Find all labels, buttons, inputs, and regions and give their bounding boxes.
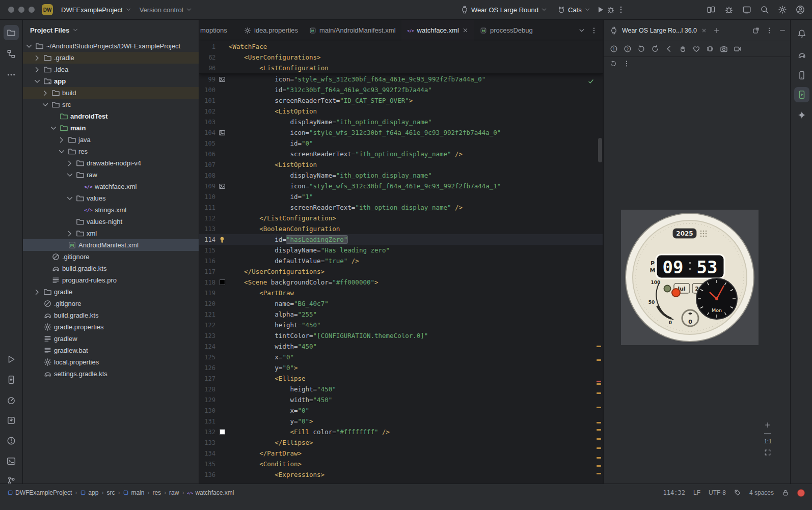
tree-item[interactable]: local.properties — [23, 356, 199, 368]
code-area[interactable]: 99 icon="style_wfs_312c30bf_f64a_461e_9c… — [199, 74, 603, 484]
project-view-title[interactable]: Project Files — [30, 26, 69, 34]
code-line[interactable]: 110 id="1" — [199, 191, 603, 202]
profiler-tool-icon[interactable] — [4, 392, 19, 408]
device-screen[interactable]: 2025 P M 09 53 Jul 21 — [621, 210, 759, 345]
tree-item[interactable]: gradle — [23, 286, 199, 298]
analysis-stripe-mark[interactable] — [597, 457, 601, 459]
add-device-tab-icon[interactable] — [713, 27, 720, 34]
zoom-out-button[interactable] — [764, 433, 771, 434]
intention-bulb-icon[interactable] — [219, 236, 226, 243]
code-line[interactable]: 130 x="0" — [199, 405, 603, 416]
hide-panel-icon[interactable] — [779, 27, 786, 34]
editor-tab[interactable]: </>watchface.xml — [401, 20, 474, 41]
close-tab-icon[interactable] — [462, 27, 469, 34]
analysis-stripe-mark[interactable] — [597, 429, 601, 431]
gemini-tool-icon[interactable] — [794, 107, 809, 123]
tree-item[interactable]: drawable-nodpi-v4 — [23, 157, 199, 169]
palm-gesture-icon[interactable] — [679, 45, 687, 53]
more-tool-windows-icon[interactable] — [4, 67, 19, 82]
editor-tab[interactable]: moptions — [199, 20, 238, 41]
analysis-stripe-mark[interactable] — [597, 473, 601, 474]
analysis-stripe-mark[interactable] — [597, 392, 601, 394]
code-line[interactable]: 135 <Condition> — [199, 459, 603, 469]
breadcrumb-item[interactable]: res — [152, 489, 161, 496]
analysis-stripe-mark[interactable] — [597, 407, 601, 408]
account-avatar[interactable] — [796, 5, 805, 14]
code-line[interactable]: 100 id="312c30bf_f64a_461e_9c93_992f2fb7… — [199, 84, 603, 95]
heart-rate-icon[interactable] — [692, 45, 700, 53]
tree-item[interactable]: gradle.properties — [23, 321, 199, 333]
code-line[interactable]: 99 icon="style_wfs_312c30bf_f64a_461e_9c… — [199, 74, 603, 84]
tree-item[interactable]: </>watchface.xml — [23, 181, 199, 192]
close-device-tab-icon[interactable] — [701, 27, 707, 34]
pair-devices-icon[interactable] — [707, 5, 716, 14]
device-panel-options-icon[interactable] — [766, 27, 773, 34]
notifications-bell-icon[interactable] — [794, 26, 809, 41]
analysis-stripe-mark[interactable] — [597, 422, 601, 423]
close-window-button[interactable] — [8, 7, 14, 13]
debug-button[interactable] — [607, 6, 615, 14]
screen-record-icon[interactable] — [734, 45, 742, 53]
screenshot-icon[interactable] — [720, 45, 728, 53]
code-line[interactable]: 121 alpha="255" — [199, 309, 603, 320]
chevron-right-icon[interactable] — [66, 230, 74, 238]
code-line[interactable]: 62 <UserConfigurations> — [199, 52, 603, 63]
code-line[interactable]: 136 <Expressions> — [199, 469, 603, 480]
code-line[interactable]: 128 height="450" — [199, 384, 603, 394]
more-run-actions-icon[interactable] — [617, 6, 625, 14]
code-line[interactable]: 109 icon="style_wfs_312c30bf_f64a_461e_9… — [199, 181, 603, 191]
inspections-ok-icon[interactable] — [587, 78, 594, 85]
editor-tab[interactable]: MprocessDebug — [474, 20, 538, 41]
tree-item[interactable]: .idea — [23, 64, 199, 75]
project-menu[interactable]: DWFExampleProject — [57, 4, 136, 16]
run-button[interactable] — [597, 6, 605, 14]
tree-item[interactable]: </>strings.xml — [23, 204, 199, 216]
code-line[interactable]: 133 </Ellipse> — [199, 437, 603, 448]
breadcrumb-item[interactable]: </>watchface.xml — [187, 489, 234, 496]
tree-item[interactable]: build — [23, 87, 199, 99]
tree-item[interactable]: values — [23, 192, 199, 204]
rotate-right-icon[interactable] — [651, 45, 659, 53]
tree-item[interactable]: app — [23, 75, 199, 87]
analysis-stripe-mark[interactable] — [597, 346, 601, 347]
tree-item[interactable]: build.gradle.kts — [23, 309, 199, 321]
breadcrumb-item[interactable]: main — [123, 489, 144, 496]
code-line[interactable]: 107 <ListOption — [199, 159, 603, 170]
analysis-stripe-mark[interactable] — [597, 447, 601, 449]
code-line[interactable]: 105 id="0" — [199, 138, 603, 149]
code-line[interactable]: 125 x="0" — [199, 352, 603, 362]
zoom-in-button[interactable] — [764, 421, 771, 429]
code-line[interactable]: 123 tintColor="[CONFIGURATION.themeColor… — [199, 330, 603, 341]
code-line[interactable]: 104 icon="style_wfs_312c30bf_f64a_461e_9… — [199, 127, 603, 138]
analysis-stripe-mark[interactable] — [597, 465, 601, 467]
chevron-down-icon[interactable] — [66, 194, 74, 203]
terminal-tool-icon[interactable] — [4, 454, 19, 469]
code-line[interactable]: 106 screenReaderText="ith_option_display… — [199, 149, 603, 159]
chevron-down-icon[interactable] — [66, 171, 74, 179]
tilt-icon[interactable] — [706, 45, 714, 53]
code-line[interactable]: 134 </PartDraw> — [199, 448, 603, 459]
indent-widget[interactable]: 4 spaces — [749, 489, 774, 496]
tag-icon[interactable] — [734, 489, 741, 496]
code-line[interactable]: 113 <BooleanConfiguration — [199, 223, 603, 234]
tree-item[interactable]: xml — [23, 228, 199, 239]
editor-scrollbar[interactable] — [598, 138, 602, 162]
chevron-right-icon[interactable] — [41, 89, 49, 97]
code-line[interactable]: 129 width="450" — [199, 394, 603, 405]
code-line[interactable]: 114 id="hasLeadingZero" — [199, 234, 603, 245]
editor-tab[interactable]: idea.properties — [238, 20, 304, 41]
zoom-ratio-label[interactable]: 1:1 — [764, 438, 772, 444]
structure-tool-icon[interactable] — [4, 46, 19, 62]
problems-tool-icon[interactable] — [4, 433, 19, 448]
code-line[interactable]: 119 <PartDraw — [199, 288, 603, 298]
tree-item[interactable]: values-night — [23, 216, 199, 228]
tree-item[interactable]: settings.gradle.kts — [23, 368, 199, 380]
tree-item[interactable]: res — [23, 146, 199, 157]
breadcrumb-item[interactable]: raw — [169, 489, 179, 496]
device-manager-tool-icon[interactable] — [794, 68, 809, 83]
app-inspection-tool-icon[interactable] — [4, 413, 19, 428]
open-in-window-icon[interactable] — [752, 27, 760, 34]
tree-item[interactable]: main — [23, 122, 199, 134]
chevron-down-icon[interactable] — [72, 27, 78, 33]
analysis-stripe-mark[interactable] — [597, 438, 601, 440]
